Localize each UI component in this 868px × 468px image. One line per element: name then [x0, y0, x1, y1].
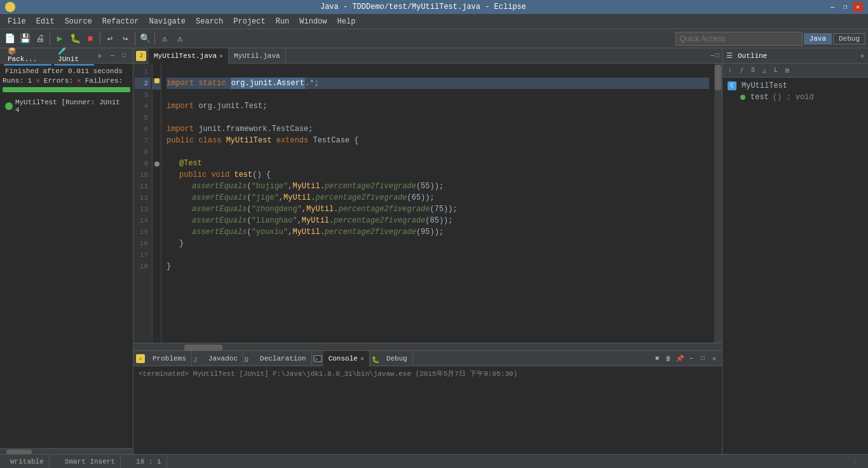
str-13: "zhongdeng": [252, 203, 302, 215]
maximize-view-button[interactable]: □: [119, 51, 129, 61]
editor-panel: J MyUtilTest.java ✕ MyUtil.java — □ 1 2: [133, 48, 722, 350]
code-line-3: [166, 89, 709, 100]
ln-16: 16: [135, 238, 151, 249]
debug-button[interactable]: 🐛: [68, 32, 82, 46]
junit-tree: MyUtilTest [Runner: JUnit 4: [3, 97, 130, 115]
code-normal-4: org.junit.Test;: [198, 100, 267, 112]
bottom-minimize-btn[interactable]: —: [686, 354, 696, 364]
menu-project[interactable]: Project: [228, 16, 270, 27]
console-pin-btn[interactable]: 📌: [675, 354, 685, 364]
bottom-maximize-btn[interactable]: □: [698, 354, 708, 364]
outline-method-label: test: [750, 93, 769, 102]
tab-problems[interactable]: Problems: [147, 351, 192, 366]
tab-declaration[interactable]: Declaration: [255, 351, 312, 366]
outline-expand-btn[interactable]: ⊞: [782, 65, 792, 76]
save-button[interactable]: 💾: [18, 32, 32, 46]
undo-button[interactable]: ↩: [103, 32, 117, 46]
menu-refactor[interactable]: Refactor: [97, 16, 144, 27]
outline-tree: C MyUtilTest test () : void: [722, 78, 868, 106]
code-line-6: import junit.framework.TestCase;: [166, 123, 709, 135]
run-button[interactable]: ▶: [53, 32, 67, 46]
errors-label: ✕: [36, 76, 40, 85]
editor-scroll-thumb[interactable]: [715, 65, 721, 90]
console-stop-btn[interactable]: ■: [652, 354, 662, 364]
outline-class-item[interactable]: C MyUtilTest: [725, 80, 865, 92]
junit-test-item[interactable]: MyUtilTest [Runner: JUnit 4: [3, 97, 130, 115]
menu-search[interactable]: Search: [191, 16, 228, 27]
editor-scroll-h[interactable]: [133, 343, 722, 350]
prev-error[interactable]: ⚠: [173, 32, 187, 46]
assert-12: assertEquals: [192, 192, 247, 203]
print-button[interactable]: 🖨: [33, 32, 47, 46]
code-normal-10: () {: [252, 169, 271, 181]
kw-extends-7: extends: [276, 135, 313, 146]
outline-method-item[interactable]: test () : void: [725, 92, 865, 103]
tab-javadoc[interactable]: Javadoc: [203, 351, 243, 366]
outline-class-label: MyUtilTest: [742, 81, 787, 90]
editor-scroll-v[interactable]: [714, 64, 722, 343]
menu-file[interactable]: File: [3, 16, 31, 27]
tab-myutil[interactable]: MyUtil.java: [229, 48, 286, 64]
code-line-12: assertEquals ( "jige" , MyUtil . percent…: [166, 192, 709, 203]
status-bar: Writable Smart Insert 18 : 1 ⋮: [0, 454, 868, 468]
tab-console[interactable]: Console ✕: [323, 351, 370, 366]
code-editor[interactable]: import static org.junit.Assert .*; impor…: [161, 64, 714, 343]
bottom-close-btn[interactable]: ✕: [709, 354, 719, 364]
minimize-view-button[interactable]: —: [107, 51, 118, 61]
outline-hide-nondef-btn[interactable]: △: [759, 65, 770, 76]
console-clear-btn[interactable]: 🗑: [663, 354, 674, 364]
outline-hide-fields-btn[interactable]: 𝑓: [736, 65, 747, 76]
new-button[interactable]: 📄: [3, 32, 17, 46]
junit-tab-close[interactable]: ✕: [98, 53, 102, 60]
pct-method-13: percentage2fivegrade: [338, 203, 430, 215]
close-button[interactable]: ✕: [853, 2, 863, 12]
minimize-button[interactable]: —: [827, 2, 837, 12]
outline-hide-local-btn[interactable]: L: [771, 65, 781, 76]
paren-13: (: [247, 203, 251, 215]
tab-myutiltest-close[interactable]: ✕: [219, 52, 223, 60]
pct-method-11: percentage2fivegrade: [325, 181, 416, 192]
stop-button[interactable]: ■: [83, 32, 97, 46]
myutil-12: MyUtil: [283, 192, 311, 203]
tab-console-close[interactable]: ✕: [360, 355, 364, 362]
pct-method-14: percentage2fivegrade: [334, 215, 425, 226]
editor-minimize-btn[interactable]: —: [710, 52, 714, 59]
bottom-panel-controls: ■ 🗑 📌 — □ ✕: [652, 354, 722, 364]
editor-maximize-btn[interactable]: □: [715, 52, 719, 59]
menu-edit[interactable]: Edit: [31, 16, 60, 27]
java-perspective-button[interactable]: Java: [804, 33, 832, 45]
code-line-13: assertEquals ( "zhongdeng" , MyUtil . pe…: [166, 203, 709, 215]
window-title: Java - TDDDemo/test/MyUtilTest.java - Ec…: [19, 3, 827, 11]
debug-perspective-button[interactable]: Debug: [833, 33, 865, 45]
errors-stat: Errors:: [44, 77, 73, 85]
tab-myutiltest[interactable]: MyUtilTest.java ✕: [149, 48, 229, 64]
editor-tab-controls: — □: [710, 52, 722, 59]
menu-run[interactable]: Run: [271, 16, 295, 27]
comma-12: ,: [279, 192, 283, 203]
menu-window[interactable]: Window: [294, 16, 332, 27]
search-button[interactable]: 🔍: [138, 32, 152, 46]
next-error[interactable]: ⚠: [158, 32, 172, 46]
redo-button[interactable]: ↪: [118, 32, 132, 46]
menu-source[interactable]: Source: [60, 16, 97, 27]
code-line-18: }: [166, 261, 709, 272]
args-14: (85));: [425, 215, 452, 226]
maximize-button[interactable]: ❐: [840, 2, 850, 12]
args-11: (55));: [416, 181, 444, 192]
svg-text:🐛: 🐛: [372, 355, 380, 363]
tab-console-label: Console: [329, 355, 358, 362]
outline-controls: ✕: [860, 52, 864, 60]
outline-sort-btn[interactable]: ↕: [725, 65, 735, 76]
package-explorer-tab[interactable]: 📦 Pack...: [4, 46, 51, 65]
outline-close-btn[interactable]: ✕: [860, 52, 864, 60]
quick-access-input[interactable]: [675, 32, 803, 46]
menu-help[interactable]: Help: [332, 16, 361, 27]
ln-13: 13: [135, 203, 151, 215]
eclipse-icon: [5, 2, 15, 12]
toolbar-sep-1: [50, 32, 50, 45]
junit-tab[interactable]: 🧪 JUnit: [54, 46, 94, 65]
menu-navigate[interactable]: Navigate: [144, 16, 191, 27]
outline-hide-static-btn[interactable]: S: [748, 65, 758, 76]
tab-debug[interactable]: Debug: [381, 351, 413, 366]
editor-h-scroll-thumb: [184, 345, 222, 351]
